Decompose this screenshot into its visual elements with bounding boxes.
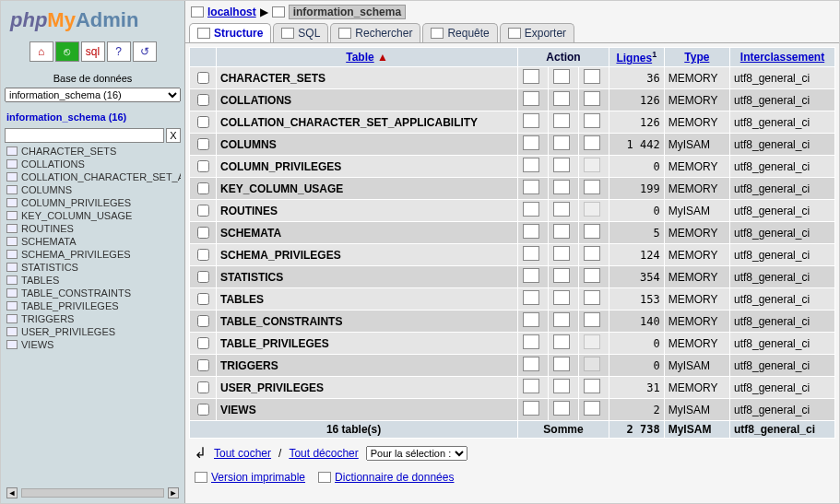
row-table-name[interactable]: COLLATIONS (217, 89, 518, 111)
row-checkbox[interactable] (197, 293, 209, 305)
tree-item[interactable]: CHARACTER_SETS (6, 145, 181, 158)
browse-icon[interactable] (523, 246, 539, 261)
data-dictionary-link[interactable]: Dictionnaire de données (318, 471, 454, 484)
structure-row-icon[interactable] (553, 202, 570, 217)
row-checkbox[interactable] (197, 138, 209, 150)
browse-icon[interactable] (523, 69, 539, 84)
browse-icon[interactable] (523, 357, 539, 371)
tab-export[interactable]: Exporter (500, 23, 574, 42)
home-icon[interactable]: ⌂ (30, 41, 53, 62)
tree-item[interactable]: USER_PRIVILEGES (6, 325, 181, 338)
scroll-track[interactable] (21, 488, 164, 498)
structure-row-icon[interactable] (553, 268, 570, 283)
structure-row-icon[interactable] (553, 290, 570, 305)
browse-icon[interactable] (523, 91, 539, 106)
browse-icon[interactable] (523, 401, 539, 416)
browse-icon[interactable] (523, 290, 539, 305)
row-checkbox[interactable] (197, 404, 209, 416)
structure-row-icon[interactable] (553, 180, 570, 194)
structure-row-icon[interactable] (553, 379, 570, 393)
search-row-icon[interactable] (584, 312, 600, 327)
tab-search[interactable]: Rechercher (330, 23, 420, 42)
clear-filter-button[interactable]: X (166, 128, 181, 143)
col-table[interactable]: Table ▲ (217, 48, 518, 67)
tab-query[interactable]: Requête (422, 23, 497, 42)
row-table-name[interactable]: STATISTICS (217, 266, 518, 288)
row-checkbox[interactable] (197, 381, 209, 393)
row-table-name[interactable]: COLLATION_CHARACTER_SET_APPLICABILITY (217, 111, 518, 134)
row-checkbox[interactable] (197, 249, 209, 261)
row-checkbox[interactable] (197, 94, 209, 106)
row-checkbox[interactable] (197, 116, 209, 128)
browse-icon[interactable] (523, 312, 539, 327)
browse-icon[interactable] (523, 379, 539, 393)
row-checkbox[interactable] (197, 182, 209, 194)
col-collation[interactable]: Interclassement (730, 48, 835, 67)
browse-icon[interactable] (523, 135, 539, 150)
row-checkbox[interactable] (197, 337, 209, 349)
row-checkbox[interactable] (197, 315, 209, 327)
search-row-icon[interactable] (584, 401, 600, 416)
tree-item[interactable]: TRIGGERS (6, 312, 181, 325)
search-row-icon[interactable] (584, 379, 600, 393)
horizontal-scrollbar[interactable]: ◄ ► (5, 486, 181, 499)
tab-sql[interactable]: SQL (273, 23, 328, 42)
browse-icon[interactable] (523, 202, 539, 217)
structure-row-icon[interactable] (553, 401, 570, 416)
db-title-link[interactable]: information_schema (16) (6, 111, 181, 123)
scroll-right-icon[interactable]: ► (168, 487, 179, 498)
tree-item[interactable]: TABLE_CONSTRAINTS (6, 287, 181, 299)
browse-icon[interactable] (523, 113, 539, 128)
row-table-name[interactable]: COLUMN_PRIVILEGES (217, 156, 518, 178)
structure-row-icon[interactable] (553, 69, 570, 84)
print-view-link[interactable]: Version imprimable (195, 471, 305, 484)
tree-item[interactable]: SCHEMATA (6, 235, 181, 248)
search-row-icon[interactable] (584, 113, 600, 128)
search-row-icon[interactable] (584, 135, 600, 150)
browse-icon[interactable] (523, 180, 539, 194)
db-select[interactable]: information_schema (16) (5, 88, 181, 102)
row-table-name[interactable]: KEY_COLUMN_USAGE (217, 178, 518, 200)
tree-item[interactable]: VIEWS (6, 338, 181, 351)
uncheck-all-link[interactable]: Tout décocher (289, 447, 358, 460)
row-checkbox[interactable] (197, 205, 209, 217)
structure-row-icon[interactable] (553, 135, 570, 150)
tree-item[interactable]: COLUMNS (6, 183, 181, 196)
structure-row-icon[interactable] (553, 357, 570, 371)
tree-item[interactable]: COLLATION_CHARACTER_SET_APP (6, 170, 181, 183)
row-table-name[interactable]: CHARACTER_SETS (217, 67, 518, 89)
row-table-name[interactable]: TABLE_PRIVILEGES (217, 333, 518, 355)
tab-structure[interactable]: Structure (189, 23, 271, 42)
tree-item[interactable]: COLLATIONS (6, 158, 181, 170)
row-table-name[interactable]: SCHEMA_PRIVILEGES (217, 244, 518, 266)
row-checkbox[interactable] (197, 227, 209, 239)
filter-input[interactable] (5, 128, 164, 143)
reload-icon[interactable]: ↺ (133, 41, 157, 62)
tree-item[interactable]: STATISTICS (6, 261, 181, 274)
tree-item[interactable]: SCHEMA_PRIVILEGES (6, 248, 181, 261)
search-row-icon[interactable] (584, 246, 600, 261)
sql-icon[interactable]: sql (81, 41, 105, 62)
browse-icon[interactable] (523, 268, 539, 283)
server-link[interactable]: localhost (207, 6, 256, 18)
col-rows[interactable]: Lignes1 (609, 48, 664, 67)
row-checkbox[interactable] (197, 359, 209, 371)
row-table-name[interactable]: SCHEMATA (217, 222, 518, 244)
search-row-icon[interactable] (584, 180, 600, 194)
tree-item[interactable]: COLUMN_PRIVILEGES (6, 196, 181, 209)
search-row-icon[interactable] (584, 69, 600, 84)
structure-row-icon[interactable] (553, 312, 570, 327)
row-table-name[interactable]: TABLE_CONSTRAINTS (217, 311, 518, 333)
row-checkbox[interactable] (197, 160, 209, 172)
col-type[interactable]: Type (664, 48, 729, 67)
row-table-name[interactable]: VIEWS (217, 399, 518, 421)
browse-icon[interactable] (523, 334, 539, 349)
structure-row-icon[interactable] (553, 158, 570, 172)
structure-row-icon[interactable] (553, 91, 570, 106)
row-table-name[interactable]: ROUTINES (217, 200, 518, 222)
row-table-name[interactable]: TABLES (217, 288, 518, 311)
browse-icon[interactable] (523, 224, 539, 239)
search-row-icon[interactable] (584, 290, 600, 305)
row-table-name[interactable]: USER_PRIVILEGES (217, 377, 518, 399)
row-table-name[interactable]: TRIGGERS (217, 355, 518, 377)
